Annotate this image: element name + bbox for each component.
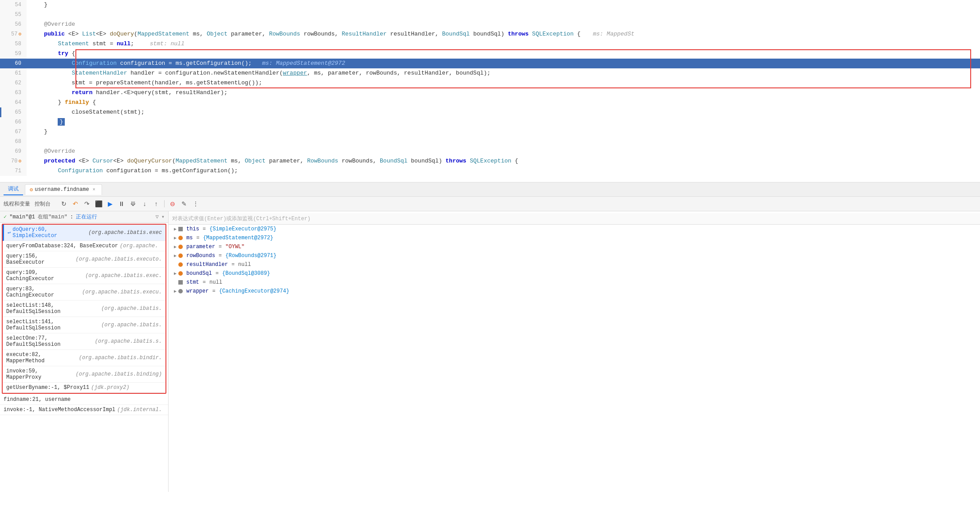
toolbar-btn-mute[interactable]: ⊖ <box>167 198 178 209</box>
debug-panel: 调试 ⚙ username.findname × 线程和变量 控制台 ↻ ↶ ↷… <box>0 182 980 492</box>
stack-frame-4[interactable]: query:83, CachingExecutor (org.apache.ib… <box>3 284 165 301</box>
tab-filename[interactable]: ⚙ username.findname × <box>25 184 102 195</box>
toolbar-btn-down[interactable]: ↓ <box>139 198 150 209</box>
var-expand-boundsql[interactable]: ▶ <box>174 271 177 276</box>
var-name-ms: ms <box>186 235 193 241</box>
var-icon-ms <box>178 236 183 240</box>
toolbar-btn-step-over[interactable]: ▶ <box>105 198 115 209</box>
stack-frame-1[interactable]: queryFromDatabase:324, BaseExecutor (org… <box>3 241 165 251</box>
stack-frame-7[interactable]: selectOne:77, DefaultSqlSession (org.apa… <box>3 333 165 350</box>
check-icon: ✓ <box>4 214 7 220</box>
code-line-59: 59 try { <box>0 49 980 59</box>
stack-frame-8[interactable]: execute:82, MapperMethod (org.apache.iba… <box>3 350 165 366</box>
stack-frame-class-4: (org.apache.ibatis.execu. <box>82 289 162 295</box>
dropdown-arrow[interactable]: ▾ <box>161 214 165 220</box>
line-num-61: 61 <box>0 68 27 78</box>
code-line-70: 70⚙ protected <E> Cursor<E> doQueryCurso… <box>0 156 980 166</box>
var-icon-resulthandler <box>178 262 183 267</box>
line-num-70: 70⚙ <box>0 156 27 166</box>
code-line-67: 67 } <box>0 127 980 137</box>
var-eq-parameter: = <box>219 244 222 250</box>
toolbar-btn-edit[interactable]: ✎ <box>179 198 189 209</box>
expression-input-bar[interactable]: 对表达式求值(Enter)或添加监视(Ctrl+Shift+Enter) <box>169 213 980 225</box>
line-num-66: 66 <box>0 117 27 127</box>
filter-icon[interactable]: ▽ <box>156 214 159 220</box>
stack-frame-method-5: selectList:148, DefaultSqlSession <box>6 302 99 315</box>
tab-debug[interactable]: 调试 <box>4 183 23 195</box>
thread-header: ✓ "main"@1 在组"main" : 正在运行 ▽ ▾ <box>0 211 168 223</box>
line-content-56: @Override <box>27 20 980 29</box>
toolbar-btn-step-into[interactable]: ⏸ <box>116 198 127 209</box>
toolbar-btn-pause[interactable]: ↷ <box>82 198 92 209</box>
stack-frame-2[interactable]: query:156, BaseExecutor (org.apache.ibat… <box>3 251 165 268</box>
stack-frame-class-8: (org.apache.ibatis.bindir. <box>79 355 162 361</box>
stack-frame-method-7: selectOne:77, DefaultSqlSession <box>6 335 93 348</box>
line-num-63: 63 <box>0 88 27 98</box>
var-expand-parameter[interactable]: ▶ <box>174 244 177 250</box>
var-name-resulthandler: resultHandler <box>186 261 228 268</box>
toolbar-btn-more[interactable]: ⋮ <box>190 198 201 209</box>
var-value-wrapper: {CachingExecutor@2974} <box>219 288 289 294</box>
var-expand-resulthandler <box>174 262 177 267</box>
var-expand-ms[interactable]: ▶ <box>174 235 177 241</box>
var-eq-ms: = <box>196 235 199 241</box>
toolbar-btn-stop[interactable]: ⬛ <box>93 198 104 209</box>
stack-frame-6[interactable]: selectList:141, DefaultSqlSession (org.a… <box>3 317 165 333</box>
toolbar-btn-resume[interactable]: ↶ <box>70 198 81 209</box>
tab-close-btn[interactable]: × <box>91 186 97 193</box>
var-icon-stmt <box>178 280 183 285</box>
line-content-55 <box>27 10 980 20</box>
toolbar-btn-step-out[interactable]: ⟱ <box>128 198 138 209</box>
code-editor: 54 } 55 56 @Override 57⚙ public <E> List… <box>0 0 980 182</box>
stack-frame-method-4: query:83, CachingExecutor <box>6 286 80 298</box>
line-content-57: public <E> List<E> doQuery(MappedStateme… <box>27 29 980 39</box>
toolbar-btn-up[interactable]: ↑ <box>151 198 161 209</box>
code-line-58: 58 Statement stmt = null; stmt: null <box>0 39 980 49</box>
stack-frame-10[interactable]: getUserByname:-1, $Proxy11 (jdk.proxy2) <box>3 383 165 393</box>
line-content-71: Configuration configuration = ms.getConf… <box>27 166 980 176</box>
stack-frame-3[interactable]: query:109, CachingExecutor (org.apache.i… <box>3 268 165 284</box>
stack-frame-class-6: (org.apache.ibatis. <box>101 322 162 328</box>
thread-panel: ✓ "main"@1 在组"main" : 正在运行 ▽ ▾ ↩ doQuery… <box>0 211 169 492</box>
var-eq-rowbounds: = <box>219 253 222 259</box>
line-num-54: 54 <box>0 0 27 10</box>
line-content-63: return handler.<E>query(stmt, resultHand… <box>27 88 980 98</box>
debug-toolbar: 线程和变量 控制台 ↻ ↶ ↷ ⬛ ▶ ⏸ ⟱ ↓ ↑ ⊖ ✎ ⋮ <box>0 197 980 211</box>
thread-group: 在组"main" <box>38 213 67 221</box>
code-line-56: 56 @Override <box>0 20 980 29</box>
var-expand-this[interactable]: ▶ <box>174 226 177 232</box>
stack-frame-class-1: (org.apache. <box>120 243 158 249</box>
var-value-this: {SimpleExecutor@2975} <box>209 226 276 232</box>
var-value-resulthandler: null <box>238 261 251 268</box>
var-name-parameter: parameter <box>186 244 215 250</box>
stack-frame-method-3: query:109, CachingExecutor <box>6 269 83 282</box>
var-eq-boundsql: = <box>216 270 219 277</box>
stack-frame-class-5: (org.apache.ibatis. <box>101 305 162 312</box>
var-this: ▶ this = {SimpleExecutor@2975} <box>169 225 980 234</box>
var-eq-stmt: = <box>203 279 206 285</box>
toolbar-btn-restart[interactable]: ↻ <box>59 198 69 209</box>
line-num-67: 67 <box>0 127 27 137</box>
line-content-69: @Override <box>27 147 980 156</box>
stack-frame-method-12: invoke:-1, NativeMethodAccessorImpl <box>4 407 115 413</box>
stack-frame-12[interactable]: invoke:-1, NativeMethodAccessorImpl (jdk… <box>0 405 168 415</box>
variables-panel: 对表达式求值(Enter)或添加监视(Ctrl+Shift+Enter) ▶ t… <box>169 211 980 492</box>
code-line-63: 63 return handler.<E>query(stmt, resultH… <box>0 88 980 98</box>
stack-frame-11[interactable]: findname:21, username <box>0 395 168 405</box>
line-content-66: } <box>27 117 980 127</box>
stack-frame-5[interactable]: selectList:148, DefaultSqlSession (org.a… <box>3 301 165 317</box>
line-content-62: stmt = prepareStatement(handler, ms.getS… <box>27 78 980 88</box>
line-content-59: try { <box>27 49 980 59</box>
var-value-ms: {MappedStatement@2972} <box>203 235 273 241</box>
code-line-57: 57⚙ public <E> List<E> doQuery(MappedSta… <box>0 29 980 39</box>
stack-frame-method-1: queryFromDatabase:324, BaseExecutor <box>6 243 118 249</box>
var-expand-wrapper[interactable]: ▶ <box>174 289 177 294</box>
line-content-58: Statement stmt = null; stmt: null <box>27 39 980 49</box>
var-name-stmt: stmt <box>186 279 199 285</box>
line-content-68 <box>27 137 980 147</box>
stack-frame-9[interactable]: invoke:59, MapperProxy (org.apache.ibati… <box>3 366 165 383</box>
var-icon-rowbounds <box>178 254 183 258</box>
line-content-64: } finally { <box>27 98 980 107</box>
stack-frame-active[interactable]: ↩ doQuery:60, SimpleExecutor (org.apache… <box>3 225 165 241</box>
var-expand-rowbounds[interactable]: ▶ <box>174 253 177 258</box>
